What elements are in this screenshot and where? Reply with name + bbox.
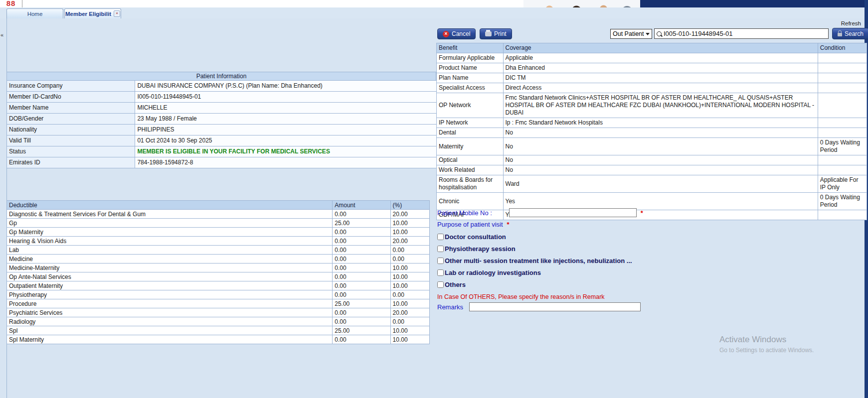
purpose-checkbox-row: Physiotherapy session: [437, 245, 662, 253]
purpose-checkbox-row: Lab or radiology investigations: [437, 269, 662, 276]
deductible-percent-cell: 10.00: [390, 281, 429, 290]
sidebar-collapse-handle[interactable]: «: [0, 32, 3, 38]
print-button[interactable]: Print: [480, 28, 512, 39]
condition-cell: [818, 165, 867, 175]
tab-home-label: Home: [27, 11, 43, 17]
deductible-row: Gp 25.00 10.00: [7, 219, 430, 228]
tab-member-eligibility[interactable]: Member Eligibilit ×: [64, 8, 121, 18]
benefit-name-cell: Plan Name: [437, 73, 504, 83]
patient-info-row: Member Name MICHELLE: [7, 103, 437, 114]
member-search-input[interactable]: [664, 30, 826, 37]
benefit-name-cell: Formulary Applicable: [437, 53, 504, 63]
deductible-row: Spl Maternity 0.00 10.00: [7, 335, 430, 344]
purpose-checkbox[interactable]: [437, 281, 444, 288]
condition-cell: [818, 83, 867, 93]
deductible-amount-cell: 0.00: [333, 264, 390, 272]
deductible-row: Radiology 0.00 0.00: [7, 317, 430, 326]
cancel-icon: ×: [443, 31, 449, 37]
patient-info-value: MICHELLE: [135, 103, 437, 114]
patient-info-value: I005-010-119448945-01: [135, 92, 437, 103]
deductible-percent-cell: 10.00: [390, 326, 429, 335]
condition-cell: [818, 53, 867, 63]
patient-info-label: Member Name: [7, 103, 135, 114]
benefit-name-cell: Dental: [437, 128, 504, 138]
amount-header: Amount: [333, 201, 390, 210]
deductible-row: Outpatient Maternity 0.00 10.00: [7, 281, 430, 290]
tab-bar: Home Member Eligibilit ×: [0, 7, 865, 19]
benefit-name-cell: Rooms & Boards for hospitalisation: [437, 175, 504, 193]
purpose-checkbox-row: Others: [437, 281, 662, 288]
watermark-line1: Activate Windows: [719, 335, 814, 345]
benefit-row: Maternity No 0 Days Waiting Period: [437, 138, 867, 155]
search-button[interactable]: Search: [832, 28, 868, 39]
deductible-name-cell: Lab: [7, 246, 333, 255]
deductible-percent-cell: 10.00: [390, 228, 429, 237]
condition-cell: [818, 210, 867, 220]
purpose-required-marker: *: [507, 221, 510, 228]
benefit-row: Rooms & Boards for hospitalisation Ward …: [437, 175, 867, 193]
coverage-cell: DIC TM: [503, 73, 818, 83]
purpose-checkbox[interactable]: [437, 269, 444, 276]
purpose-checkbox-label: Others: [445, 281, 466, 288]
tab-member-eligibility-label: Member Eligibilit: [65, 11, 111, 17]
coverage-header: Coverage: [503, 43, 818, 53]
purpose-checkbox[interactable]: [437, 234, 444, 240]
deductible-row: Lab 0.00 0.00: [7, 246, 430, 255]
app-logo: 88: [0, 0, 22, 8]
deductible-amount-cell: 25.00: [333, 326, 390, 335]
deductible-amount-cell: 0.00: [333, 246, 390, 255]
benefit-name-cell: Product Name: [437, 63, 504, 73]
coverage-cell: Ip : Fmc Standard Network Hospitals: [503, 118, 818, 128]
tab-close-icon[interactable]: ×: [114, 10, 120, 17]
benefit-row: Specialist Access Direct Access: [437, 83, 867, 93]
mobile-input[interactable]: [509, 208, 637, 217]
lock-icon: [838, 33, 842, 36]
benefit-row: Formulary Applicable Applicable: [437, 53, 867, 63]
visit-type-value: Out Patient: [613, 30, 644, 37]
benefit-name-cell: Work Related: [437, 165, 504, 175]
deductible-percent-cell: 20.00: [390, 308, 429, 317]
benefit-header-row: Benefit Coverage Condition: [437, 43, 867, 53]
deductible-name-cell: Gp Maternity: [7, 228, 333, 237]
purpose-checkbox-label: Physiotherapy session: [445, 245, 516, 253]
deductible-percent-cell: 10.00: [390, 264, 429, 272]
purpose-checkbox-label: Other multi- session treatment like inje…: [445, 257, 632, 265]
coverage-cell: Direct Access: [503, 83, 818, 93]
deductible-name-cell: Radiology: [7, 317, 333, 326]
deductible-row: Spl 25.00 10.00: [7, 326, 430, 335]
deductible-percent-cell: 0.00: [390, 290, 429, 299]
mobile-required-marker: *: [641, 209, 643, 217]
coverage-cell: Fmc Standard Network Clinics+ASTER HOSPI…: [503, 93, 818, 118]
benefit-name-cell: IP Network: [437, 118, 504, 128]
condition-cell: [818, 93, 867, 118]
benefit-row: Dental No: [437, 128, 867, 138]
patient-info-row: Status MEMBER IS ELIGIBLE IN YOUR FACILI…: [7, 146, 437, 157]
tab-home[interactable]: Home: [6, 8, 63, 18]
patient-info-row: Member ID-CardNo I005-010-119448945-01: [7, 92, 437, 103]
deductible-amount-cell: 0.00: [333, 255, 390, 264]
visit-type-dropdown[interactable]: Out Patient: [610, 29, 652, 39]
cancel-button[interactable]: × Cancel: [437, 28, 476, 39]
chevron-down-icon: [646, 33, 650, 35]
patient-info-value: 784-1988-1594872-8: [135, 157, 437, 168]
deductible-name-cell: Medicine-Maternity: [7, 264, 333, 272]
refresh-link[interactable]: Refresh: [841, 20, 861, 26]
deductible-name-cell: Physiotherapy: [7, 290, 333, 299]
condition-cell: [818, 63, 867, 73]
deductible-amount-cell: 25.00: [333, 219, 390, 228]
deductible-percent-cell: 20.00: [390, 237, 429, 246]
deductible-name-cell: Spl: [7, 326, 333, 335]
patient-info-label: Status: [7, 146, 135, 157]
purpose-checkbox[interactable]: [437, 258, 444, 264]
coverage-cell: No: [503, 155, 818, 165]
benefit-name-cell: Specialist Access: [437, 83, 504, 93]
patient-info-title: Patient Information: [6, 72, 436, 81]
condition-cell: 0 Days Waiting Period: [818, 138, 867, 155]
purpose-checkbox[interactable]: [437, 246, 444, 252]
banner-navy-block: [640, 0, 868, 7]
patient-info-row: DOB/Gender 23 May 1988 / Female: [7, 114, 437, 125]
deductible-name-cell: Op Ante-Natal Services: [7, 272, 333, 281]
deductible-name-cell: Medicine: [7, 255, 333, 264]
remarks-input[interactable]: [469, 302, 641, 311]
search-label: Search: [845, 30, 864, 37]
